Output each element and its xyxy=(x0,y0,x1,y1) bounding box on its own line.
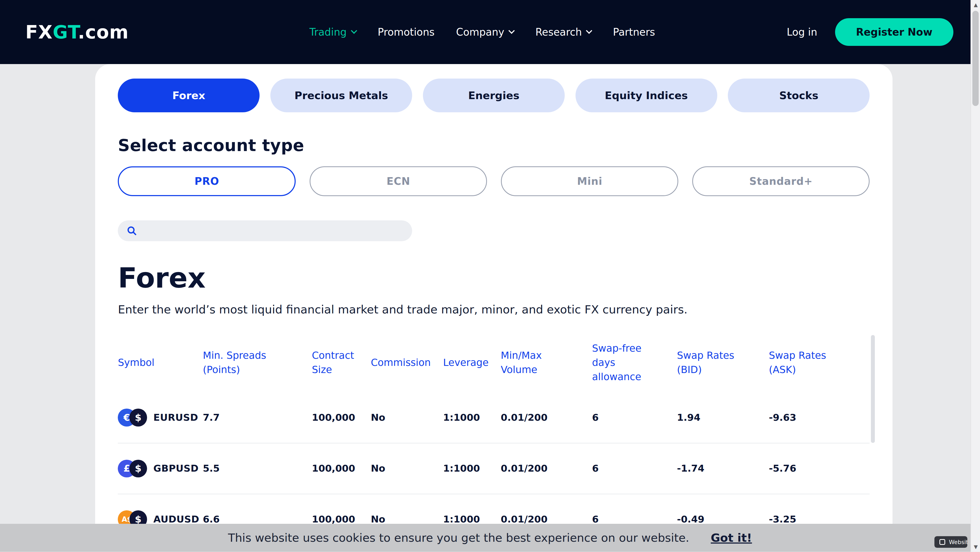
min-spreads-value: 6.6 xyxy=(203,514,312,525)
nav-item-promotions[interactable]: Promotions xyxy=(378,26,434,38)
col-header-swap-bid: Swap Rates (BID) xyxy=(677,348,769,377)
leverage-value: 1:1000 xyxy=(443,412,501,423)
cookie-message: This website uses cookies to ensure you … xyxy=(228,531,689,544)
contract-size-value: 100,000 xyxy=(312,463,371,474)
monitor-icon xyxy=(939,539,945,545)
chevron-down-icon xyxy=(509,28,515,34)
chevron-down-icon xyxy=(351,28,357,34)
content-card: Forex Precious Metals Energies Equity In… xyxy=(95,64,892,552)
swap-free-days-value: 6 xyxy=(592,514,677,525)
table-header-row: Symbol Min. Spreads (Points) Contract Si… xyxy=(118,333,870,392)
page-background: Forex Precious Metals Energies Equity In… xyxy=(0,64,980,552)
min-spreads-value: 7.7 xyxy=(203,412,312,423)
cookie-banner: This website uses cookies to ensure you … xyxy=(0,524,980,552)
logo-part-com: .com xyxy=(78,21,129,43)
col-header-swap-ask: Swap Rates (ASK) xyxy=(769,348,870,377)
min-max-volume-value: 0.01/200 xyxy=(501,412,592,423)
logo-part-gt: GT xyxy=(53,21,78,43)
min-spreads-value: 5.5 xyxy=(203,463,312,474)
symbol-label: EURUSD xyxy=(153,412,198,423)
swap-bid-value: -0.49 xyxy=(677,514,769,525)
logo-part-fx: FX xyxy=(25,21,53,43)
currency-pair-icon-gbpusd: £ $ xyxy=(118,460,147,477)
swap-ask-value: -3.25 xyxy=(769,514,870,525)
page: FXGT.com Trading Promotions Company Rese… xyxy=(0,0,980,552)
tab-forex[interactable]: Forex xyxy=(118,78,259,112)
swap-ask-value: -9.63 xyxy=(769,412,870,423)
swap-free-days-value: 6 xyxy=(592,463,677,474)
swap-ask-value: -5.76 xyxy=(769,463,870,474)
leverage-value: 1:1000 xyxy=(443,463,501,474)
nav-item-research[interactable]: Research xyxy=(535,26,592,38)
swap-bid-value: 1.94 xyxy=(677,412,769,423)
account-type-options: PRO ECN Mini Standard+ xyxy=(118,166,870,196)
commission-value: No xyxy=(371,412,443,423)
scrollbar-up-arrow-icon[interactable]: ▲ xyxy=(971,0,980,10)
main-nav: Trading Promotions Company Research Part… xyxy=(309,26,655,38)
top-nav-bar: FXGT.com Trading Promotions Company Rese… xyxy=(0,0,980,64)
swap-bid-value: -1.74 xyxy=(677,463,769,474)
scrollbar-down-arrow-icon[interactable]: ▼ xyxy=(971,542,980,552)
contract-size-value: 100,000 xyxy=(312,412,371,423)
chevron-down-icon xyxy=(586,28,592,34)
page-scrollbar[interactable]: ▲ ▼ xyxy=(970,0,980,552)
fxgt-logo[interactable]: FXGT.com xyxy=(25,21,129,43)
nav-item-company[interactable]: Company xyxy=(456,26,514,38)
account-type-ecn[interactable]: ECN xyxy=(310,166,487,196)
search-bar[interactable] xyxy=(118,220,412,241)
tab-equity-indices[interactable]: Equity Indices xyxy=(576,78,717,112)
section-title: Forex xyxy=(118,263,870,294)
currency-pair-icon-eurusd: € $ xyxy=(118,408,147,426)
cookie-accept-link[interactable]: Got it! xyxy=(711,531,752,544)
commission-value: No xyxy=(371,514,443,525)
leverage-value: 1:1000 xyxy=(443,514,501,525)
col-header-min-max-volume: Min/Max Volume xyxy=(501,348,592,377)
search-icon xyxy=(127,226,137,236)
nav-item-partners[interactable]: Partners xyxy=(613,26,655,38)
search-input[interactable] xyxy=(143,226,403,236)
page-scrollbar-thumb[interactable] xyxy=(972,11,979,106)
account-type-mini[interactable]: Mini xyxy=(501,166,678,196)
widget-badge-label: Website xyxy=(949,539,967,546)
col-header-commission: Commission xyxy=(371,355,443,370)
swap-free-days-value: 6 xyxy=(592,412,677,423)
category-tabs: Forex Precious Metals Energies Equity In… xyxy=(118,78,870,112)
commission-value: No xyxy=(371,463,443,474)
contract-size-value: 100,000 xyxy=(312,514,371,525)
account-type-standard-plus[interactable]: Standard+ xyxy=(692,166,870,196)
website-widget-badge: Website xyxy=(934,536,967,548)
tab-stocks[interactable]: Stocks xyxy=(728,78,870,112)
instruments-table: Symbol Min. Spreads (Points) Contract Si… xyxy=(118,333,870,544)
dollar-coin-icon: $ xyxy=(129,460,147,477)
tab-precious-metals[interactable]: Precious Metals xyxy=(270,78,412,112)
account-type-heading: Select account type xyxy=(118,136,870,155)
nav-item-trading[interactable]: Trading xyxy=(309,26,356,38)
col-header-symbol: Symbol xyxy=(118,355,203,370)
table-row-eurusd: € $ EURUSD 7.7 100,000 No 1:1000 0.01/20… xyxy=(118,392,870,443)
symbol-label: GBPUSD xyxy=(153,463,199,474)
account-type-pro[interactable]: PRO xyxy=(118,166,296,196)
symbol-cell: € $ EURUSD xyxy=(118,408,203,426)
table-scrollbar-thumb[interactable] xyxy=(871,335,875,443)
auth-actions: Log in Register Now xyxy=(787,18,953,46)
register-button[interactable]: Register Now xyxy=(835,18,953,46)
min-max-volume-value: 0.01/200 xyxy=(501,514,592,525)
login-link[interactable]: Log in xyxy=(787,26,817,38)
col-header-min-spreads: Min. Spreads (Points) xyxy=(203,348,312,377)
col-header-swap-free-days: Swap-free days allowance xyxy=(592,341,677,384)
col-header-contract-size: Contract Size xyxy=(312,348,371,377)
min-max-volume-value: 0.01/200 xyxy=(501,463,592,474)
symbol-label: AUDUSD xyxy=(153,514,199,525)
tab-energies[interactable]: Energies xyxy=(423,78,565,112)
section-description: Enter the world’s most liquid financial … xyxy=(118,303,870,316)
table-row-gbpusd: £ $ GBPUSD 5.5 100,000 No 1:1000 0.01/20… xyxy=(118,443,870,493)
dollar-coin-icon: $ xyxy=(129,408,147,426)
col-header-leverage: Leverage xyxy=(443,355,501,370)
symbol-cell: £ $ GBPUSD xyxy=(118,460,203,477)
